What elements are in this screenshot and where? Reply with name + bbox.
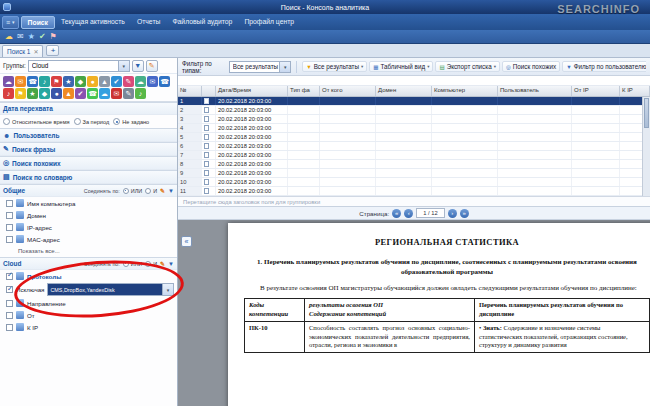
table-row[interactable]: 1120.02.2018 20:03:00 bbox=[178, 187, 650, 196]
protocol-icon-26[interactable]: ♪ bbox=[135, 88, 146, 99]
chevron-down-icon[interactable]: ▾ bbox=[162, 284, 173, 295]
toolbar-button-2[interactable]: ▤Экспорт списка▾ bbox=[435, 61, 500, 72]
ribbon-icon-4[interactable]: ✔ bbox=[39, 31, 46, 43]
table-row[interactable]: 620.02.2018 20:03:00 bbox=[178, 142, 650, 151]
ribbon-icon-2[interactable]: ✉ bbox=[17, 31, 24, 43]
common-filter-2[interactable]: IP-адрес bbox=[0, 221, 177, 233]
common-join-option-1[interactable]: И bbox=[145, 188, 157, 194]
grid-column-8[interactable]: От IP bbox=[572, 86, 620, 96]
protocol-icon-25[interactable]: ✎ bbox=[123, 88, 134, 99]
protocol-icon-4[interactable]: ♪ bbox=[39, 76, 50, 87]
common-filter-3[interactable]: MAC-адрес bbox=[0, 233, 177, 245]
ribbon-icon-5[interactable]: ⚑ bbox=[50, 31, 57, 43]
protocol-icon-5[interactable]: ⚑ bbox=[51, 76, 62, 87]
checkbox-icon[interactable] bbox=[6, 200, 13, 207]
table-row[interactable]: 120.02.2018 20:03:00 bbox=[178, 97, 650, 106]
menu-tab-4[interactable]: Профайл центр bbox=[238, 16, 300, 29]
group-panel[interactable] bbox=[178, 76, 650, 86]
filter-icon[interactable]: ▼ bbox=[168, 261, 174, 267]
table-row[interactable]: 820.02.2018 20:03:00 bbox=[178, 160, 650, 169]
protocol-icon-21[interactable]: ✔ bbox=[75, 88, 86, 99]
cloud-join-option-1[interactable]: И bbox=[145, 261, 157, 267]
common-filter-1[interactable]: Домен bbox=[0, 209, 177, 221]
cloud-join-option-0[interactable]: ИЛИ bbox=[123, 261, 142, 267]
grid-column-0[interactable]: № bbox=[178, 86, 202, 96]
groups-select[interactable]: Cloud ▾ bbox=[28, 60, 130, 72]
chevron-down-icon[interactable]: ▾ bbox=[118, 61, 129, 71]
filter-icon[interactable]: ▼ bbox=[168, 188, 174, 194]
grid-column-4[interactable]: От кого bbox=[320, 86, 376, 96]
grid-column-5[interactable]: Домен bbox=[376, 86, 432, 96]
show-all-link[interactable]: Показать все... bbox=[0, 245, 177, 257]
protocol-icon-15[interactable]: ♪ bbox=[3, 88, 14, 99]
sidebar-link-1[interactable]: ✎Поиск фразы bbox=[0, 142, 177, 156]
filter-groups-button[interactable]: ▼ bbox=[132, 60, 144, 72]
add-tab-button[interactable]: + bbox=[46, 45, 59, 56]
protocol-icon-23[interactable]: ☁ bbox=[99, 88, 110, 99]
cloud-filter-1[interactable]: От bbox=[0, 309, 177, 321]
close-icon[interactable]: ✕ bbox=[33, 48, 38, 55]
table-row[interactable]: 720.02.2018 20:03:00 bbox=[178, 151, 650, 160]
grid-scrollbar[interactable] bbox=[642, 97, 650, 196]
menu-tab-1[interactable]: Текущая активность bbox=[55, 16, 131, 29]
toolbar-button-1[interactable]: ▦Табличный вид▾ bbox=[369, 61, 433, 72]
protocol-icon-20[interactable]: ▲ bbox=[63, 88, 74, 99]
cloud-filter-0[interactable]: Направление bbox=[0, 297, 177, 309]
excluding-select[interactable]: CMS,DropBox,YandexDisk ▾ bbox=[47, 283, 174, 296]
toolbar-button-3[interactable]: ◎Поиск похожих bbox=[502, 61, 560, 72]
ribbon-icon-1[interactable]: ☁ bbox=[5, 31, 13, 43]
edit-icon[interactable]: ✎ bbox=[160, 187, 165, 194]
menu-tab-2[interactable]: Отчеты bbox=[131, 16, 167, 29]
protocol-icon-19[interactable]: ● bbox=[51, 88, 62, 99]
protocol-icon-1[interactable]: ☁ bbox=[3, 76, 14, 87]
toolbar-button-0[interactable]: ▼Все результаты▾ bbox=[302, 61, 367, 72]
prev-page-button[interactable]: ‹ bbox=[404, 209, 413, 218]
menu-tab-3[interactable]: Файловый аудитор bbox=[166, 16, 238, 29]
sidebar-link-2[interactable]: ◎Поиск похожих bbox=[0, 156, 177, 170]
protocol-icon-10[interactable]: ✔ bbox=[111, 76, 122, 87]
checkbox-icon[interactable] bbox=[6, 312, 13, 319]
edit-icon[interactable]: ✎ bbox=[160, 260, 165, 267]
grid-column-3[interactable]: Тип фа bbox=[288, 86, 320, 96]
collapse-preview-button[interactable]: « bbox=[181, 236, 192, 247]
protocol-icon-11[interactable]: ✎ bbox=[123, 76, 134, 87]
grid-column-6[interactable]: Компьютер bbox=[432, 86, 498, 96]
table-row[interactable]: 520.02.2018 20:03:00 bbox=[178, 133, 650, 142]
next-page-button[interactable]: › bbox=[448, 209, 457, 218]
app-menu-button[interactable]: ≡ ▾ bbox=[2, 16, 19, 29]
protocol-icon-22[interactable]: ☎ bbox=[87, 88, 98, 99]
protocol-icon-3[interactable]: ☎ bbox=[27, 76, 38, 87]
protocols-row[interactable]: Протоколы bbox=[0, 270, 177, 282]
checkbox-icon[interactable] bbox=[6, 324, 13, 331]
common-join-option-0[interactable]: ИЛИ bbox=[123, 188, 142, 194]
protocol-icon-13[interactable]: ✉ bbox=[147, 76, 158, 87]
grid-column-7[interactable]: Пользователь bbox=[498, 86, 572, 96]
sidebar-link-0[interactable]: ☻Пользователь bbox=[0, 128, 177, 142]
chevron-down-icon[interactable]: ▾ bbox=[279, 62, 290, 72]
checkbox-icon[interactable] bbox=[6, 236, 13, 243]
protocol-icon-16[interactable]: ⚑ bbox=[15, 88, 26, 99]
scrollbar-thumb[interactable] bbox=[644, 98, 649, 128]
ribbon-icon-3[interactable]: ★ bbox=[28, 31, 35, 43]
date-option-0[interactable]: Относительное время bbox=[3, 118, 70, 125]
table-row[interactable]: 1020.02.2018 20:03:00 bbox=[178, 178, 650, 187]
sidebar-link-3[interactable]: ▤Поиск по словарю bbox=[0, 170, 177, 184]
grid-column-1[interactable] bbox=[202, 86, 216, 96]
grid-column-2[interactable]: Дата/Время bbox=[216, 86, 288, 96]
checkbox-icon[interactable] bbox=[6, 300, 13, 307]
protocol-icon-8[interactable]: ● bbox=[87, 76, 98, 87]
protocol-icon-18[interactable]: ◆ bbox=[39, 88, 50, 99]
filter-type-select[interactable]: Все результаты ▾ bbox=[229, 61, 291, 73]
protocol-icon-2[interactable]: ✉ bbox=[15, 76, 26, 87]
protocol-icon-12[interactable]: ☁ bbox=[135, 76, 146, 87]
protocol-icon-24[interactable]: ✉ bbox=[111, 88, 122, 99]
date-option-2[interactable]: Не задано bbox=[113, 118, 149, 125]
protocol-icon-9[interactable]: ▲ bbox=[99, 76, 110, 87]
table-row[interactable]: 920.02.2018 20:03:00 bbox=[178, 169, 650, 178]
checkbox-icon[interactable] bbox=[6, 224, 13, 231]
protocol-icon-6[interactable]: ★ bbox=[63, 76, 74, 87]
date-option-1[interactable]: За период bbox=[74, 118, 110, 125]
protocol-icon-7[interactable]: ◆ bbox=[75, 76, 86, 87]
last-page-button[interactable]: » bbox=[460, 209, 469, 218]
table-row[interactable]: 220.02.2018 20:03:00 bbox=[178, 106, 650, 115]
